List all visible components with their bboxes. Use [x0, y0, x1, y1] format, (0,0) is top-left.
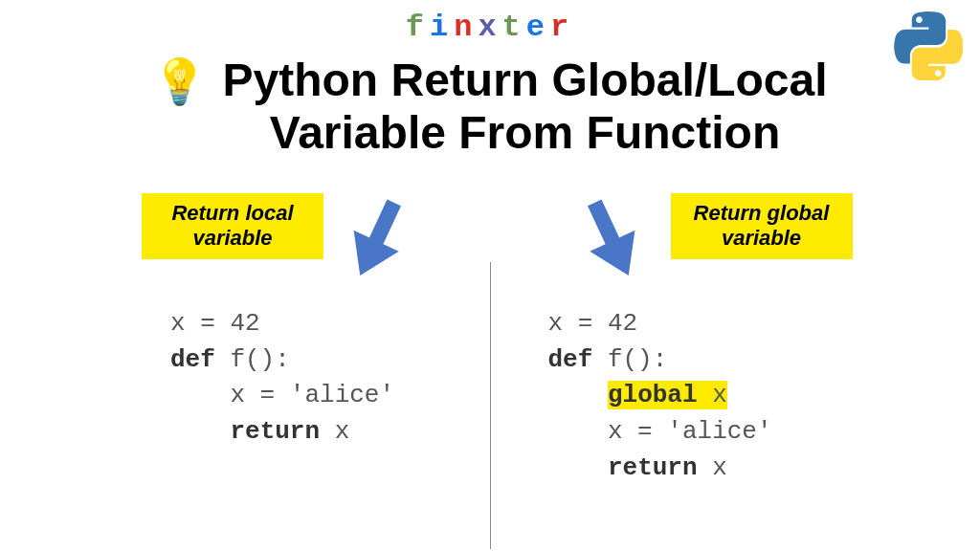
svg-marker-3	[590, 231, 646, 285]
left-code: x = 42 def f(): x = 'alice' return x	[170, 306, 394, 451]
svg-marker-1	[343, 231, 399, 285]
right-code: x = 42 def f(): global x x = 'alice' ret…	[548, 306, 772, 486]
lightbulb-icon: 💡	[152, 59, 207, 103]
columns: Return localvariable x = 42 def f(): x =…	[0, 201, 980, 545]
right-column: Return globalvariable x = 42 def f(): gl…	[491, 201, 981, 545]
arrow-down-icon	[343, 193, 412, 289]
left-label: Return localvariable	[142, 193, 323, 259]
right-label: Return globalvariable	[671, 193, 853, 259]
arrow-down-icon	[577, 193, 646, 289]
page-title: Python Return Global/LocalVariable From …	[222, 54, 827, 159]
brand-logo: finxter	[406, 10, 574, 45]
left-column: Return localvariable x = 42 def f(): x =…	[0, 201, 490, 545]
title-row: 💡 Python Return Global/LocalVariable Fro…	[0, 54, 980, 159]
